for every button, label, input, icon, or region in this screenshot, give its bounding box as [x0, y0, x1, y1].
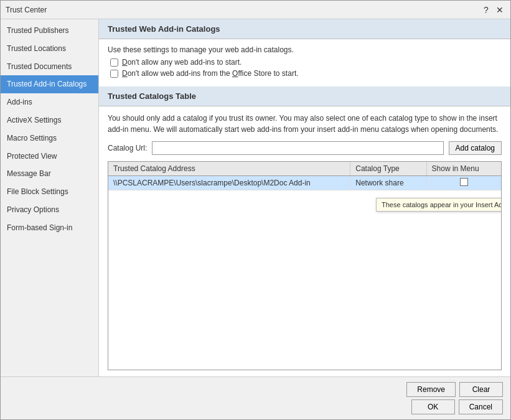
cell-show-in-menu: [426, 176, 501, 190]
remove-label: Remove: [417, 385, 445, 394]
no-web-addins-checkbox[interactable]: [110, 58, 118, 67]
sidebar-item-trusted-add-in-catalogs[interactable]: Trusted Add-in Catalogs: [1, 75, 98, 93]
sidebar-item-file-block-settings[interactable]: File Block Settings: [1, 183, 98, 201]
cancel-label: Cancel: [469, 403, 492, 411]
sidebar-item-macro-settings[interactable]: Macro Settings: [1, 129, 98, 147]
sidebar-item-message-bar[interactable]: Message Bar: [1, 165, 98, 183]
catalogs-table-container: Trusted Catalog Address Catalog Type Sho…: [108, 161, 502, 370]
sidebar-item-trusted-locations[interactable]: Trusted Locations: [1, 40, 98, 58]
tooltip: These catalogs appear in your Insert Add…: [376, 198, 502, 212]
section1-desc: Use these settings to manage your web ad…: [108, 45, 502, 54]
table-head: Trusted Catalog Address Catalog Type Sho…: [108, 162, 501, 176]
help-button[interactable]: ?: [481, 4, 492, 16]
cell-address: \\PCSLACRAMPE\Users\slacrampe\Desktop\M2…: [108, 176, 350, 190]
section1-body: Use these settings to manage your web ad…: [99, 39, 510, 86]
section2-header: Trusted Catalogs Table: [99, 86, 510, 106]
sidebar-item-privacy-options[interactable]: Privacy Options: [1, 201, 98, 219]
ok-label: OK: [428, 403, 438, 411]
sidebar-item-add-ins[interactable]: Add-ins: [1, 93, 98, 111]
catalog-url-label: Catalog Url:: [108, 144, 147, 152]
catalogs-table: Trusted Catalog Address Catalog Type Sho…: [108, 162, 501, 190]
col-header-type: Catalog Type: [350, 162, 426, 176]
clear-label: Clear: [472, 385, 490, 394]
dialog-footer: Remove Clear OK Cancel: [1, 376, 510, 419]
checkbox-row-1: Don't allow any web add-ins to start.: [108, 58, 502, 67]
dialog-body: Trusted Publishers Trusted Locations Tru…: [1, 19, 510, 376]
add-catalog-button[interactable]: Add catalog: [449, 141, 502, 155]
title-bar-controls: ? ✕: [481, 4, 505, 16]
catalog-url-row: Catalog Url: Add catalog: [108, 141, 502, 155]
dialog-title: Trust Center: [6, 6, 47, 14]
clear-button[interactable]: Clear: [459, 382, 503, 397]
sidebar-item-protected-view[interactable]: Protected View: [1, 147, 98, 166]
no-web-addins-label: Don't allow any web add-ins to start.: [122, 58, 241, 67]
sidebar-item-form-based-sign-in[interactable]: Form-based Sign-in: [1, 219, 98, 237]
no-office-store-checkbox[interactable]: [110, 70, 118, 78]
close-button[interactable]: ✕: [494, 4, 505, 16]
section1-header: Trusted Web Add-in Catalogs: [99, 19, 510, 39]
show-in-menu-checkbox[interactable]: [460, 178, 468, 186]
trust-center-dialog: Trust Center ? ✕ Trusted Publishers Trus…: [0, 0, 511, 420]
main-content: Trusted Web Add-in Catalogs Use these se…: [99, 19, 510, 376]
add-catalog-label: Add catalog: [456, 144, 495, 152]
no-office-store-label: Don't allow web add-ins from the Office …: [122, 69, 299, 78]
cell-type: Network share: [350, 176, 426, 190]
sidebar: Trusted Publishers Trusted Locations Tru…: [1, 19, 99, 376]
table-header-row: Trusted Catalog Address Catalog Type Sho…: [108, 162, 501, 176]
title-bar-left: Trust Center: [6, 6, 47, 14]
catalog-url-input[interactable]: [152, 141, 443, 155]
footer-top-buttons: Remove Clear: [8, 382, 503, 397]
table-body: \\PCSLACRAMPE\Users\slacrampe\Desktop\M2…: [108, 176, 501, 190]
cancel-button[interactable]: Cancel: [459, 399, 503, 414]
col-header-address: Trusted Catalog Address: [108, 162, 350, 176]
col-header-show-in-menu: Show in Menu: [426, 162, 501, 176]
footer-bottom-buttons: OK Cancel: [411, 399, 503, 414]
ok-button[interactable]: OK: [411, 399, 455, 414]
sidebar-item-trusted-documents[interactable]: Trusted Documents: [1, 58, 98, 76]
title-bar: Trust Center ? ✕: [1, 1, 510, 19]
catalogs-desc: You should only add a catalog if you tru…: [108, 113, 502, 135]
table-row[interactable]: \\PCSLACRAMPE\Users\slacrampe\Desktop\M2…: [108, 176, 501, 190]
remove-button[interactable]: Remove: [406, 382, 456, 397]
checkbox-row-2: Don't allow web add-ins from the Office …: [108, 69, 502, 78]
section2-body: You should only add a catalog if you tru…: [99, 106, 510, 376]
sidebar-item-activex-settings[interactable]: ActiveX Settings: [1, 111, 98, 129]
sidebar-item-trusted-publishers[interactable]: Trusted Publishers: [1, 22, 98, 40]
